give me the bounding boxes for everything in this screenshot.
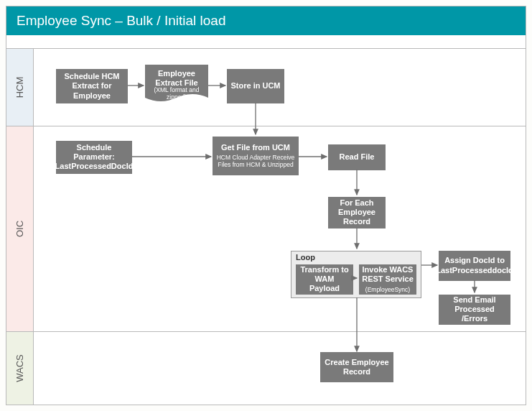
box-assign-docid: Assign DocId to LastProcesseddocId bbox=[439, 251, 510, 281]
lane-wacs: WACS Create Employee Record bbox=[6, 332, 526, 405]
lane-oic: OIC Schedule Parameter: LastProcessedDoc… bbox=[6, 126, 526, 333]
lanes-container: HCM Schedule HCM Extract for Employee Em… bbox=[6, 48, 526, 405]
lane-hcm-body: Schedule HCM Extract for Employee Employ… bbox=[34, 49, 526, 126]
box-store-in-ucm: Store in UCM bbox=[227, 69, 284, 103]
box-invoke-wacs-rest: Invoke WACS REST Service (EmployeeSync) bbox=[359, 264, 416, 295]
box-for-each-record: For Each Employee Record bbox=[328, 197, 386, 228]
lane-hcm-label: HCM bbox=[6, 49, 34, 126]
box-get-file-from-ucm: Get File from UCM HCM Cloud Adapter Rece… bbox=[213, 137, 299, 175]
box-schedule-parameter: Schedule Parameter: LastProcessedDocId bbox=[56, 141, 132, 174]
loop-container: Loop Transform to WAM Payload Invoke WAC… bbox=[291, 251, 421, 298]
lane-oic-label: OIC bbox=[6, 126, 34, 332]
title-text: Employee Sync – Bulk / Initial load bbox=[17, 13, 226, 28]
box-transform-payload: Transform to WAM Payload bbox=[296, 264, 353, 295]
swimlane-diagram: Employee Sync – Bulk / Initial load HCM … bbox=[6, 6, 526, 405]
box-create-employee-record: Create Employee Record bbox=[320, 352, 393, 382]
box-send-email: Send Email Processed /Errors bbox=[439, 295, 510, 325]
box-schedule-hcm-extract: Schedule HCM Extract for Employee bbox=[56, 69, 128, 103]
lane-hcm: HCM Schedule HCM Extract for Employee Em… bbox=[6, 49, 526, 126]
loop-label: Loop bbox=[296, 253, 315, 262]
lane-oic-body: Schedule Parameter: LastProcessedDocId G… bbox=[34, 126, 526, 332]
lane-wacs-label: WACS bbox=[6, 332, 34, 405]
lane-wacs-body: Create Employee Record bbox=[34, 332, 526, 405]
box-read-file: Read File bbox=[328, 144, 386, 170]
shape-employee-extract-file: Employee Extract File (XML format and zi… bbox=[145, 65, 208, 105]
diagram-title: Employee Sync – Bulk / Initial load bbox=[6, 6, 526, 35]
